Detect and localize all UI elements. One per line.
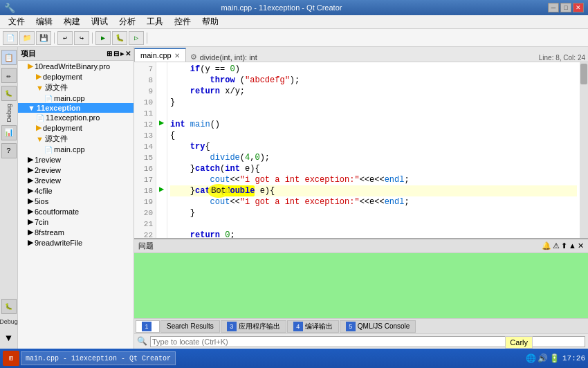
func-cout2: cout <box>210 196 230 208</box>
kw-return2: return <box>190 230 220 238</box>
menu-analyze[interactable]: 分析 <box>113 15 141 29</box>
tab-label-app: 应用程序输出 <box>239 322 280 331</box>
scroll-thumb[interactable] <box>580 64 587 84</box>
tab-filename: main.cpp <box>140 51 172 59</box>
tree-item-5ios[interactable]: ▶ 5ios <box>18 196 134 206</box>
sidebar-btn-2[interactable]: ⊟ <box>113 50 119 57</box>
open-button[interactable]: 📁 <box>19 31 35 45</box>
projects-icon[interactable]: 📋 <box>1 50 17 65</box>
code-editor[interactable]: 7 8 9 10 11 12 13 14 15 16 17 18 19 20 <box>134 62 588 238</box>
code-content[interactable]: if(y == 0) throw ("abcdefg"); return x/y… <box>167 62 580 238</box>
run-button[interactable]: ▷ <box>129 31 144 45</box>
tree-item-2review[interactable]: ▶ 2review <box>18 165 134 175</box>
debug-button[interactable]: 🐛 <box>112 31 127 45</box>
toolbar-separator-3 <box>147 33 147 44</box>
func-main: main <box>190 119 210 130</box>
arrow-down-icon[interactable]: ▼ <box>1 331 17 346</box>
vertical-scrollbar[interactable] <box>580 62 588 238</box>
panel-close[interactable]: ✕ <box>578 241 584 250</box>
bottom-tab-qml[interactable]: 5 QML/JS Console <box>340 320 416 333</box>
tab-num-3: 3 <box>227 322 237 331</box>
analyze-icon[interactable]: 📊 <box>1 125 17 140</box>
toolbar: 📄 📁 💾 ↩ ↪ ▶ 🐛 ▷ <box>0 29 588 47</box>
new-file-button[interactable]: 📄 <box>3 31 18 45</box>
num-ret: 0 <box>225 230 230 238</box>
tree-item-11exception-pro[interactable]: 📄 11exception.pro <box>18 113 134 122</box>
menu-build[interactable]: 构建 <box>58 15 86 29</box>
tree-item-4cfile[interactable]: ▶ 4cfile <box>18 185 134 196</box>
code-op1: << <box>230 174 239 185</box>
close-button[interactable]: ✕ <box>573 3 584 12</box>
redo-button[interactable]: ↪ <box>74 31 89 45</box>
build-button[interactable]: ▶ <box>95 31 111 45</box>
num-0: 0 <box>230 64 235 75</box>
help-icon[interactable]: ? <box>1 143 17 158</box>
tree-item-1review[interactable]: ▶ 1review <box>18 154 134 165</box>
menu-edit[interactable]: 编辑 <box>30 15 58 29</box>
code-text: (y == <box>200 64 230 75</box>
tree-item-3review[interactable]: ▶ 3review <box>18 175 134 185</box>
tab-label-qml: QML/JS Console <box>358 322 410 330</box>
tree-item-6cout[interactable]: ▶ 6coutformate <box>18 206 134 217</box>
tree-label: deployment <box>43 124 82 132</box>
main-row: 📋 ✏ 🐛 Debug 📊 ? 🐛 Debug ▼ 项目 ⊞ ⊟ ▸ <box>0 47 588 349</box>
tree-item-main2[interactable]: 📄 main.cpp <box>18 145 134 154</box>
menu-tools[interactable]: 工具 <box>141 15 169 29</box>
window-controls: ─ □ ✕ <box>548 3 584 12</box>
bottom-panel: 问题 🔔 ⚠ ⬆ ▲ ✕ 1 <box>134 238 588 349</box>
tab-main-cpp[interactable]: main.cpp ✕ <box>134 48 186 62</box>
debug-left-icon[interactable]: 🐛 <box>1 86 17 101</box>
bottom-tab-1[interactable]: 1 <box>136 320 160 333</box>
panel-btn-2[interactable]: ⚠ <box>553 241 560 250</box>
code-indent <box>170 163 190 174</box>
bottom-tab-search[interactable]: Search Results <box>160 320 220 333</box>
undo-button[interactable]: ↩ <box>57 31 73 45</box>
panel-btn-3[interactable]: ⬆ <box>561 241 567 250</box>
tab-close-button[interactable]: ✕ <box>174 52 180 59</box>
tree-item-readwrite[interactable]: ▶ 10readWriteBinary.pro <box>18 61 134 71</box>
tree-item-9readwrite[interactable]: ▶ 9readwriteFile <box>18 237 134 248</box>
tree-item-main1[interactable]: 📄 main.cpp <box>18 93 134 103</box>
bottom-tab-app-output[interactable]: 3 应用程序输出 <box>221 320 286 333</box>
tree-item-deployment2[interactable]: ▶ deployment <box>18 122 134 133</box>
tree-item-source2[interactable]: ▼ 源文件 <box>18 133 134 145</box>
edit-icon[interactable]: ✏ <box>1 68 17 83</box>
sidebar-btn-3[interactable]: ▸ <box>120 50 124 57</box>
menu-bar: 文件 编辑 构建 调试 分析 工具 控件 帮助 <box>0 15 588 29</box>
tree-label: deployment <box>43 73 82 81</box>
code-text: x/y; <box>220 86 245 97</box>
volume-icon: 🔊 <box>538 353 548 364</box>
tree-item-11exception[interactable]: ▼ 11exception <box>18 103 134 113</box>
tree-label: 源文件 <box>45 134 68 144</box>
code-text3: ); <box>260 152 270 163</box>
menu-file[interactable]: 文件 <box>3 15 30 29</box>
tree-item-8fstream[interactable]: ▶ 8fstream <box>18 227 134 237</box>
menu-controls[interactable]: 控件 <box>169 15 196 29</box>
project-icon-7: ▶ <box>28 207 33 216</box>
line-num-8: 8 <box>134 75 156 86</box>
start-button[interactable]: ⊞ <box>3 351 19 366</box>
taskbar-app-btn[interactable]: main.cpp - 11exception - Qt Creator <box>21 351 176 365</box>
arrow-14 <box>156 140 167 151</box>
project-icon-3: ▶ <box>28 165 33 174</box>
panel-collapse[interactable]: ▲ <box>569 241 576 250</box>
code-line-22: return 0; <box>170 230 577 238</box>
tree-item-deployment1[interactable]: ▶ deployment <box>18 71 134 82</box>
panel-btn-1[interactable]: 🔔 <box>542 241 551 250</box>
tab-num-5: 5 <box>346 322 356 331</box>
arrow-18: ▶ <box>156 184 167 195</box>
debug-bottom-icon[interactable]: 🐛 <box>1 299 17 314</box>
sidebar-btn-1[interactable]: ⊞ <box>107 50 112 57</box>
save-button[interactable]: 💾 <box>36 31 51 45</box>
menu-help[interactable]: 帮助 <box>196 15 224 29</box>
sidebar-btn-4[interactable]: ✕ <box>125 50 131 57</box>
sidebar-header: 项目 ⊞ ⊟ ▸ ✕ <box>18 47 134 61</box>
maximize-button[interactable]: □ <box>560 3 571 12</box>
minimize-button[interactable]: ─ <box>548 3 559 12</box>
content-area: 📋 ✏ 🐛 Debug 📊 ? 🐛 Debug ▼ 项目 ⊞ ⊟ ▸ <box>0 47 588 349</box>
tree-item-source1[interactable]: ▼ 源文件 <box>18 82 134 93</box>
bottom-tab-compile[interactable]: 4 编译输出 <box>287 320 339 333</box>
line-num-14: 14 <box>134 141 156 152</box>
menu-debug[interactable]: 调试 <box>86 15 113 29</box>
tree-item-7cin[interactable]: ▶ 7cin <box>18 217 134 227</box>
